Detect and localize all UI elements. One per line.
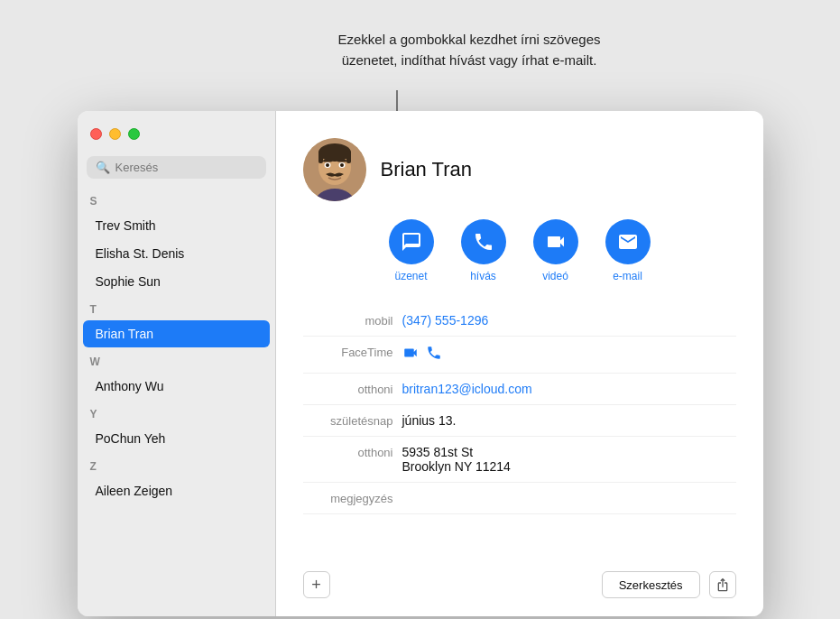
- maximize-button[interactable]: [128, 128, 140, 140]
- field-label-email: otthoni: [303, 382, 393, 396]
- field-row-address: otthoni 5935 81st StBrooklyn NY 11214: [303, 437, 736, 483]
- bottom-bar: + Szerkesztés: [303, 558, 736, 598]
- avatar: [303, 138, 366, 201]
- facetime-icons: [402, 345, 442, 365]
- titlebar: [78, 111, 275, 156]
- search-icon: 🔍: [96, 161, 110, 174]
- video-button[interactable]: videó: [533, 219, 578, 282]
- facetime-video-icon[interactable]: [402, 345, 419, 365]
- section-header-s: S: [78, 188, 275, 211]
- section-header-t: T: [78, 296, 275, 319]
- field-label-birthday: születésnap: [303, 413, 393, 428]
- field-label-facetime: FaceTime: [303, 345, 393, 359]
- field-value-birthday: június 13.: [402, 413, 736, 428]
- contact-header: Brian Tran: [303, 138, 736, 201]
- action-buttons: üzenet hívás vid: [303, 219, 736, 282]
- facetime-phone-icon[interactable]: [426, 345, 442, 365]
- section-header-w: W: [78, 348, 275, 372]
- call-icon: [461, 219, 506, 264]
- contact-item-brian-tran[interactable]: Brian Tran: [83, 320, 270, 347]
- video-label: videó: [542, 270, 568, 282]
- detail-panel: Brian Tran üzenet: [276, 111, 763, 616]
- screen: Ezekkel a gombokkal kezdhet írni szövege…: [18, 18, 822, 619]
- svg-point-13: [340, 163, 344, 167]
- svg-point-12: [326, 163, 329, 167]
- svg-rect-9: [337, 160, 346, 162]
- video-icon: [533, 219, 578, 264]
- email-label: e-mail: [613, 270, 642, 282]
- sidebar: 🔍 S Trev Smith Elisha St. Denis Sophie S…: [78, 111, 276, 616]
- message-icon: [389, 219, 434, 264]
- section-header-z: Z: [78, 453, 275, 476]
- tooltip-line2: üzenetet, indíthat hívást vagy írhat e-m…: [342, 52, 597, 68]
- svg-rect-8: [323, 160, 332, 162]
- bottom-right-buttons: Szerkesztés: [602, 571, 736, 598]
- field-label-notes: megjegyzés: [303, 491, 393, 505]
- main-window: 🔍 S Trev Smith Elisha St. Denis Sophie S…: [78, 111, 763, 616]
- minimize-button[interactable]: [109, 128, 121, 140]
- field-label-address: otthoni: [303, 445, 393, 459]
- field-value-mobile[interactable]: (347) 555-1296: [402, 313, 736, 328]
- contact-fields: mobil (347) 555-1296 FaceTime: [303, 305, 736, 558]
- field-row-email: otthoni britran123@icloud.com: [303, 374, 736, 405]
- field-value-notes: [402, 491, 736, 505]
- tooltip-line1: Ezekkel a gombokkal kezdhet írni szövege…: [338, 32, 601, 47]
- contact-item-anthony-wu[interactable]: Anthony Wu: [83, 373, 270, 400]
- contact-name: Brian Tran: [381, 158, 473, 181]
- section-header-y: Y: [78, 401, 275, 424]
- contact-item-elisha[interactable]: Elisha St. Denis: [83, 240, 270, 267]
- add-button[interactable]: +: [303, 571, 330, 598]
- field-row-notes: megjegyzés: [303, 483, 736, 514]
- svg-rect-7: [346, 151, 351, 163]
- field-label-mobile: mobil: [303, 313, 393, 328]
- contact-list: S Trev Smith Elisha St. Denis Sophie Sun…: [78, 188, 275, 616]
- search-bar: 🔍: [87, 156, 266, 179]
- contact-item-pochun[interactable]: PoChun Yeh: [83, 425, 270, 452]
- edit-button[interactable]: Szerkesztés: [602, 571, 700, 598]
- close-button[interactable]: [90, 128, 102, 140]
- field-row-mobile: mobil (347) 555-1296: [303, 305, 736, 337]
- contact-item-aileen[interactable]: Aileen Zeigen: [83, 477, 270, 504]
- call-label: hívás: [470, 270, 496, 282]
- message-label: üzenet: [394, 270, 427, 282]
- email-button[interactable]: e-mail: [605, 219, 651, 282]
- message-button[interactable]: üzenet: [389, 219, 434, 282]
- tooltip: Ezekkel a gombokkal kezdhet írni szövege…: [289, 29, 650, 71]
- field-value-email[interactable]: britran123@icloud.com: [402, 382, 736, 396]
- contact-item-trev-smith[interactable]: Trev Smith: [83, 212, 270, 239]
- svg-rect-6: [318, 151, 323, 163]
- search-input[interactable]: [115, 161, 257, 174]
- field-row-birthday: születésnap június 13.: [303, 405, 736, 437]
- svg-point-5: [318, 143, 351, 162]
- call-button[interactable]: hívás: [461, 219, 506, 282]
- share-button[interactable]: [709, 571, 736, 598]
- field-row-facetime: FaceTime: [303, 337, 736, 374]
- field-value-address: 5935 81st StBrooklyn NY 11214: [402, 445, 736, 474]
- contact-item-sophie[interactable]: Sophie Sun: [83, 268, 270, 295]
- email-icon: [605, 219, 651, 264]
